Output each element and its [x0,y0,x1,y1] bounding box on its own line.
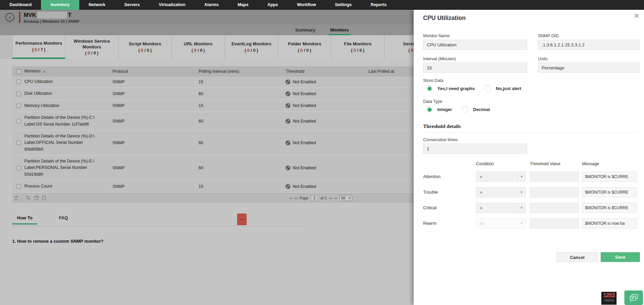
nav-item-virtualization[interactable]: Virtualization [149,0,195,10]
critical-message-field[interactable] [582,203,637,213]
monitor-name[interactable]: Partition Details of the Device (%)-C:\ … [21,114,112,128]
column-header-polling-interval[interactable]: Polling Interval (mins) [199,69,286,74]
nav-item-servers[interactable]: Servers [115,0,149,10]
data-type-options: Integer Decimal [426,106,490,113]
column-header-protocol[interactable]: Protocol [112,69,199,74]
nav-item-dashboard[interactable]: Dashboard [0,0,41,10]
consecutive-times-field[interactable] [423,144,527,154]
tab-how-to[interactable]: How To [12,215,37,224]
not-enabled-icon [286,119,290,124]
minus-icon: — [240,216,245,222]
tab-summary[interactable]: Summary [293,27,317,35]
subtab-url-monitors[interactable]: URL Monitors ( 0 / 0 ) [172,35,225,59]
nav-item-reports[interactable]: Reports [361,0,396,10]
nav-item-maps[interactable]: Maps [228,0,258,10]
critical-label: Critical [423,203,474,213]
trouble-condition-select[interactable]: > ▼ [476,187,526,197]
row-checkbox[interactable] [17,104,21,108]
not-enabled-icon [286,140,290,145]
column-header-monitors[interactable]: Monitors [21,68,112,74]
delete-icon[interactable] [14,196,18,200]
row-checkbox[interactable] [17,92,21,96]
monitor-name[interactable]: Memory Utilization [21,103,112,109]
consecutive-times-label: Consecutive times [423,137,527,142]
row-checkbox[interactable] [17,140,21,145]
attention-condition-select[interactable]: > ▼ [476,172,526,182]
radio-selected-icon [426,85,433,92]
subtab-script-monitors[interactable]: Script Monitors ( 0 / 0 ) [119,35,172,59]
nav-item-workflow[interactable]: Workflow [288,0,326,10]
page-label: Page [300,196,309,200]
first-page-icon[interactable]: |◀ [289,197,291,200]
back-button[interactable]: ‹ [5,13,14,22]
chat-button[interactable] [624,290,643,305]
row-checkbox[interactable] [17,166,21,170]
row-checkbox[interactable] [17,80,21,84]
next-page-icon[interactable]: ▶▶ [329,197,333,200]
subtab-windows-service-monitors[interactable]: Windows Service Monitors ( 0 / 0 ) [65,35,119,59]
monitor-name[interactable]: Partition Details of the Device (%)-E:\ … [21,158,112,178]
column-header-threshold[interactable]: Threshold [286,69,369,74]
not-enabled-icon [286,103,290,108]
data-type-decimal-radio[interactable]: Decimal [461,106,490,113]
monitor-name[interactable]: Process Count [21,183,112,190]
device-name-redacted [37,12,67,19]
tab-monitors[interactable]: Monitors [329,27,351,35]
store-data-options: Yes,I need graphs No,just alert [426,85,521,92]
help-question-link[interactable]: 1. How to remove a custom SNMP monitor? [12,235,310,244]
subtab-performance-monitors[interactable]: Performance Monitors ( 0 / 7 ) [12,35,65,59]
prev-page-icon[interactable]: ◀◀ [294,197,297,200]
rearm-message-field[interactable] [582,218,637,228]
attention-threshold-field[interactable] [530,172,579,182]
trouble-threshold-field[interactable] [530,187,579,197]
alarms-badge[interactable]: 1253 Alarms [601,292,617,305]
trouble-message-field[interactable] [582,187,637,197]
cancel-button[interactable]: Cancel [557,252,598,262]
monitor-name[interactable]: Partition Details of the Device (%)-D:\ … [21,133,112,153]
data-type-integer-radio[interactable]: Integer [426,106,452,113]
export-icon[interactable] [42,196,46,200]
monitor-name-field[interactable] [423,40,527,50]
page-size-select[interactable]: 50 ▲▼ [339,195,352,201]
critical-threshold-field[interactable] [530,203,579,213]
store-data-no-radio[interactable]: No,just alert [484,85,521,92]
copy-icon[interactable] [34,196,39,200]
subtab-eventlog-monitors[interactable]: EventLog Monitors ( 0 / 0 ) [225,35,278,59]
interval-field[interactable] [423,63,527,73]
search-icon[interactable] [26,196,30,200]
not-enabled-icon [286,166,290,170]
critical-condition-select[interactable]: > ▼ [476,203,526,213]
page-number-input[interactable] [311,195,318,201]
close-icon[interactable]: × [634,10,639,21]
column-header-message: Message [582,161,599,166]
units-field[interactable] [538,63,640,73]
snmp-oid-label: SNMP OID [538,34,640,38]
attention-message-field[interactable] [582,172,637,182]
save-button[interactable]: Save [601,252,640,262]
tab-faq[interactable]: FAQ [54,215,73,224]
divider [22,195,22,200]
data-type-label: Data Type [423,99,527,104]
nav-item-apps[interactable]: Apps [258,0,287,10]
device-subtitle: Desktop | Windows 10 | SNMP [24,19,79,23]
row-checkbox[interactable] [17,184,21,189]
last-page-icon[interactable]: ▶| [335,197,337,200]
device-name: MVK T [24,12,79,19]
nav-item-network[interactable]: Network [79,0,115,10]
nav-item-inventory[interactable]: Inventory [41,0,79,10]
attention-label: Attention [423,172,474,182]
store-data-yes-radio[interactable]: Yes,I need graphs [426,85,475,92]
subtab-folder-monitors[interactable]: Folder Monitors ( 0 / 0 ) [278,35,331,59]
select-all-checkbox[interactable] [17,69,21,74]
monitor-name[interactable]: CPU Utilization [21,79,112,85]
chevron-down-icon: ▼ [517,188,525,197]
snmp-oid-field[interactable] [538,40,640,50]
nav-item-alarms[interactable]: Alarms [195,0,228,10]
row-checkbox[interactable] [17,119,21,123]
back-icon: ‹ [9,14,11,20]
subtab-file-monitors[interactable]: File Monitors ( 0 / 0 ) [331,35,385,59]
nav-item-settings[interactable]: Settings [326,0,361,10]
rearm-threshold-field[interactable] [530,218,579,228]
collapse-help-button[interactable]: — [237,214,247,225]
monitor-name[interactable]: Disk Utilization [21,90,112,97]
